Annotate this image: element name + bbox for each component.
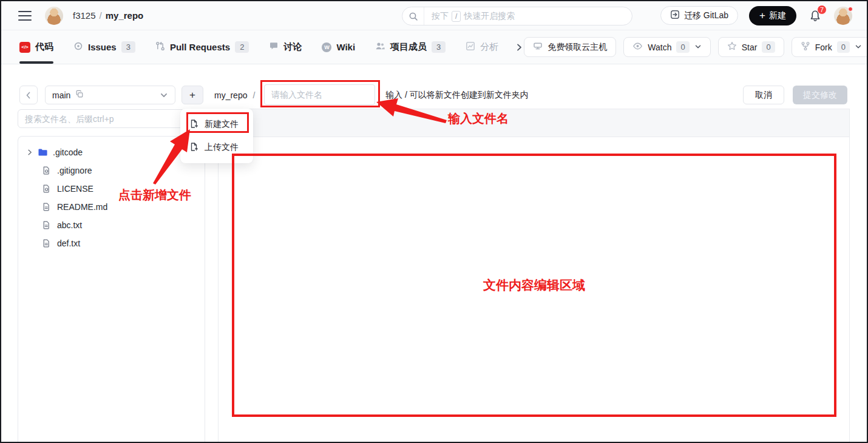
star-label: Star (742, 42, 758, 52)
annotation-input-label: 输入文件名 (448, 110, 509, 127)
tab-code[interactable]: </> 代码 (19, 30, 53, 64)
star-icon (727, 41, 737, 53)
members-icon (375, 41, 385, 53)
new-file-path: my_repo / (214, 86, 255, 104)
file-name: .gitignore (57, 166, 92, 175)
repo-actions: 免费领取云主机 Watch 0 Star 0 Fork 0 (524, 37, 868, 57)
tab-pull-requests-label: Pull Requests (170, 42, 230, 52)
fork-chevron-down-icon (855, 42, 862, 52)
fork-label: Fork (815, 42, 832, 52)
fork-button[interactable]: Fork 0 (792, 37, 868, 57)
pull-request-icon (155, 41, 165, 53)
new-button[interactable]: + 新建 (749, 6, 796, 25)
org-avatar[interactable] (45, 7, 63, 25)
pull-requests-count-badge: 2 (235, 41, 249, 53)
filename-input[interactable] (264, 84, 375, 105)
branch-selector[interactable]: main (45, 86, 175, 104)
tab-members[interactable]: 项目成员 3 (375, 30, 446, 64)
topbar-right: 迁移 GitLab + 新建 7 (660, 6, 852, 25)
tab-analytics[interactable]: 分析 (466, 30, 498, 64)
tab-discussions-label: 讨论 (283, 41, 302, 53)
watch-count-badge: 0 (676, 41, 689, 53)
tree-row-abc[interactable]: abc.txt (18, 216, 205, 234)
nav-more-chevron-icon[interactable] (514, 42, 524, 52)
repo-navbar: </> 代码 Issues 3 Pull Requests 2 讨论 W Wik… (1, 30, 867, 64)
migrate-icon (670, 10, 680, 21)
path-separator: / (253, 90, 255, 100)
file-name: README.md (57, 202, 107, 212)
breadcrumb: f3125 / my_repo (73, 10, 143, 21)
tab-wiki-label: Wiki (336, 42, 355, 52)
document-icon (41, 202, 52, 212)
fork-icon (801, 41, 810, 53)
file-name: abc.txt (57, 220, 82, 230)
file-editor-panel[interactable] (218, 109, 850, 442)
path-repo: my_repo (214, 90, 247, 100)
global-search[interactable]: 按下 / 快速开启搜索 (402, 7, 632, 25)
star-count-badge: 0 (762, 41, 775, 53)
gitcode-repo-page: f3125 / my_repo 按下 / 快速开启搜索 迁移 GitLab + (0, 0, 868, 443)
topbar: f3125 / my_repo 按下 / 快速开启搜索 迁移 GitLab + (1, 1, 867, 30)
code-icon: </> (19, 42, 30, 53)
tab-pull-requests[interactable]: Pull Requests 2 (155, 30, 249, 64)
star-button[interactable]: Star 0 (718, 37, 784, 57)
annotation-click-label: 点击新增文件 (118, 187, 191, 203)
menu-icon[interactable] (18, 11, 32, 21)
wiki-icon: W (322, 42, 331, 52)
add-file-dropdown: 新建文件 上传文件 (180, 109, 253, 163)
free-cloud-host-button[interactable]: 免费领取云主机 (524, 37, 616, 57)
file-name: LICENSE (57, 184, 93, 194)
file-tree-panel: .gitcode .gitignore LICENSE README.md ab… (18, 136, 205, 442)
notification-count-badge: 7 (817, 5, 827, 15)
file-search-input[interactable] (18, 109, 205, 128)
tab-members-label: 项目成员 (390, 41, 427, 53)
file-name: .gitcode (53, 147, 83, 157)
upload-file-icon (189, 142, 199, 154)
tree-row-gitignore[interactable]: .gitignore (18, 161, 205, 180)
editor-toolbar (219, 109, 849, 137)
breadcrumb-owner[interactable]: f3125 (73, 10, 96, 21)
watch-chevron-down-icon (694, 42, 702, 52)
issues-icon (73, 41, 83, 53)
add-file-button[interactable]: + (181, 86, 203, 104)
tab-issues[interactable]: Issues 3 (73, 30, 135, 64)
repo-tabs: </> 代码 Issues 3 Pull Requests 2 讨论 W Wik… (19, 30, 498, 64)
tree-row-def[interactable]: def.txt (18, 234, 205, 252)
branch-name: main (52, 90, 70, 100)
free-cloud-host-label: 免费领取云主机 (548, 42, 607, 53)
tab-analytics-label: 分析 (480, 41, 498, 53)
cancel-button[interactable]: 取消 (743, 86, 784, 104)
tab-wiki[interactable]: W Wiki (322, 30, 355, 64)
user-status-dot (848, 7, 853, 12)
tab-discussions[interactable]: 讨论 (269, 30, 302, 64)
tab-issues-label: Issues (88, 42, 117, 52)
chat-icon (269, 41, 279, 53)
menu-item-new-file-label: 新建文件 (205, 119, 239, 130)
user-menu[interactable] (834, 7, 852, 25)
collapse-tree-button[interactable] (19, 86, 38, 104)
chevron-right-icon[interactable] (25, 149, 35, 156)
new-file-icon (189, 119, 199, 130)
menu-item-new-file[interactable]: 新建文件 (180, 113, 253, 136)
migrate-gitlab-button[interactable]: 迁移 GitLab (660, 6, 738, 25)
menu-item-upload-file[interactable]: 上传文件 (180, 136, 253, 159)
tree-row-gitcode[interactable]: .gitcode (18, 143, 205, 161)
fork-count-badge: 0 (837, 41, 850, 53)
notifications-bell-icon[interactable]: 7 (807, 8, 823, 24)
document-icon (41, 220, 52, 230)
copy-icon[interactable] (75, 90, 84, 101)
cloud-host-icon (533, 41, 543, 53)
watch-button[interactable]: Watch 0 (623, 37, 710, 57)
tab-code-label: 代码 (35, 41, 53, 53)
slash-keycap: / (452, 11, 461, 22)
plus-icon: + (759, 10, 765, 21)
chart-icon (466, 41, 475, 53)
breadcrumb-repo[interactable]: my_repo (106, 10, 144, 21)
search-placeholder: 按下 / 快速开启搜索 (424, 11, 515, 22)
folder-icon (37, 147, 48, 157)
search-placeholder-prefix: 按下 (432, 11, 449, 22)
submit-changes-button[interactable]: 提交修改 (793, 86, 847, 104)
config-file-icon (41, 184, 52, 194)
config-file-icon (41, 166, 52, 175)
members-count-badge: 3 (432, 41, 446, 53)
